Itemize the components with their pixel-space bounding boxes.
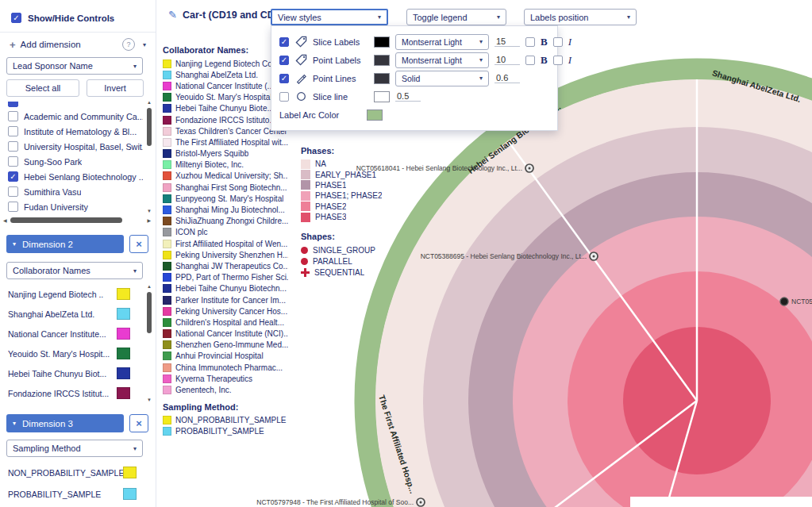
checkbox[interactable] <box>8 202 18 212</box>
scrollbar-track[interactable] <box>9 217 146 223</box>
checkbox[interactable] <box>8 126 18 136</box>
color-swatch[interactable] <box>117 367 130 379</box>
collaborator-names-dropdown[interactable]: Collaborator Names ▾ <box>6 262 143 279</box>
italic-checkbox[interactable] <box>553 37 563 47</box>
lead-sponsor-option[interactable]: Academic and Community Ca... <box>8 109 143 124</box>
toggle-legend-dropdown[interactable]: Toggle legend ▾ <box>406 9 506 25</box>
color-swatch[interactable] <box>117 308 130 320</box>
sampling-option[interactable]: PROBABILITY_SAMPLE <box>8 483 148 505</box>
legend-label: Anhui Provincial Hospital <box>175 351 264 360</box>
collaborator-option[interactable]: Shanghai AbelZeta Ltd. <box>8 304 148 324</box>
dimension2-close-button[interactable]: × <box>129 235 148 253</box>
invert-button[interactable]: Invert <box>87 79 144 97</box>
view-styles-dropdown[interactable]: View styles ▾ <box>271 9 388 25</box>
size-input[interactable]: 10 <box>495 55 520 65</box>
collaborator-option[interactable]: Hebei Taihe Chunyu Biot... <box>8 363 148 383</box>
checkbox[interactable]: ✓ <box>279 74 289 83</box>
lead-sponsor-option[interactable]: University Hospital, Basel, Swit... <box>8 139 143 154</box>
select-all-button[interactable]: Select all <box>6 79 79 97</box>
tag-icon <box>294 36 307 48</box>
color-swatch[interactable] <box>117 288 130 300</box>
color-swatch[interactable] <box>117 328 130 340</box>
checkbox[interactable] <box>8 111 18 121</box>
bold-checkbox[interactable] <box>525 56 535 65</box>
collaborator-option[interactable]: National Cancer Institute... <box>8 324 148 344</box>
size-input[interactable]: 0.5 <box>395 91 421 102</box>
scrollbar-thumb[interactable] <box>147 108 152 146</box>
scrollbar-thumb[interactable] <box>147 292 152 333</box>
scroll-up-icon[interactable]: ▲ <box>147 284 152 290</box>
scroll-down-icon[interactable]: ▼ <box>147 398 152 403</box>
size-input[interactable]: 0.6 <box>495 73 520 83</box>
color-swatch[interactable] <box>117 348 130 359</box>
font-style-dropdown[interactable]: Solid▾ <box>395 71 489 86</box>
checkbox[interactable] <box>8 141 18 152</box>
scrollbar-track[interactable] <box>147 290 152 398</box>
dimension2-header: ▾ Dimension 2 × <box>6 235 148 253</box>
font-style-dropdown[interactable]: Montserrat Light▾ <box>395 52 489 68</box>
horizontal-scrollbar[interactable]: ◀ ▶ <box>3 216 151 224</box>
pencil-icon <box>294 73 307 84</box>
collaborator-legend-item: Hebei Taihe Chunyu Biote... <box>163 103 288 114</box>
collaborator-option[interactable]: Yeouido St. Mary's Hospit... <box>8 344 148 363</box>
color-swatch[interactable] <box>374 73 390 84</box>
lead-sponsor-option[interactable]: Institute of Hematology & Bl... <box>8 124 143 139</box>
edit-icon[interactable]: ✎ <box>168 9 177 21</box>
collaborator-option[interactable]: Fondazione IRCCS Istitut... <box>8 383 148 403</box>
data-point[interactable]: NCT05797948 - The First Affiliated Hospi… <box>256 498 425 506</box>
lead-sponsor-option[interactable]: ✓Hebei Senlang Biotechnology .. <box>8 169 143 184</box>
collaborator-legend-item: Peking University Shenzhen H... <box>163 249 288 260</box>
show-hide-controls[interactable]: ✓ Show/Hide Controls <box>11 13 114 23</box>
color-swatch[interactable] <box>374 36 390 48</box>
scrollbar-track[interactable] <box>147 106 152 209</box>
lead-sponsor-dropdown[interactable]: Lead Sponsor Name ▾ <box>6 57 143 75</box>
dimension3-header: ▾ Dimension 3 × <box>6 414 148 432</box>
data-point[interactable]: NCT05388695 - Hebei Senlang Biotechnolog… <box>421 252 598 260</box>
scroll-down-icon[interactable]: ▼ <box>147 209 152 214</box>
font-style-dropdown[interactable]: Montserrat Light▾ <box>395 34 489 50</box>
bottom-right-overlay <box>630 497 812 507</box>
labels-position-dropdown[interactable]: Labels position ▾ <box>524 9 637 25</box>
sampling-option[interactable]: NON_PROBABILITY_SAMPLE <box>8 462 148 483</box>
italic-checkbox[interactable] <box>553 56 563 65</box>
legend-color-swatch <box>163 138 171 147</box>
scroll-left-icon[interactable]: ◀ <box>3 217 7 223</box>
scroll-right-icon[interactable]: ▶ <box>147 217 151 223</box>
color-swatch[interactable] <box>123 467 137 478</box>
dimension2-button[interactable]: ▾ Dimension 2 <box>6 235 124 253</box>
checkbox[interactable]: ✓ <box>279 56 289 65</box>
label-arc-color-swatch[interactable] <box>367 109 383 121</box>
vertical-scrollbar[interactable]: ▲ ▼ <box>145 284 153 403</box>
scroll-up-icon[interactable]: ▲ <box>147 100 152 106</box>
sampling-method-dropdown[interactable]: Sampling Method ▾ <box>6 440 143 457</box>
chevron-down-icon[interactable]: ▾ <box>143 41 146 48</box>
show-hide-checkbox[interactable]: ✓ <box>11 13 21 23</box>
add-dimension-row[interactable]: + Add dimension ? ▾ <box>10 38 146 51</box>
collaborator-legend-item: Genentech, Inc. <box>163 384 288 395</box>
color-swatch[interactable] <box>374 55 390 66</box>
legend-label: Fondazione IRCCS Istituto... <box>175 116 276 125</box>
help-icon[interactable]: ? <box>122 38 135 51</box>
checkbox[interactable]: ✓ <box>8 171 18 182</box>
bold-checkbox[interactable] <box>525 37 535 47</box>
checkbox[interactable] <box>8 102 18 107</box>
checkbox[interactable]: ✓ <box>279 37 289 47</box>
chevron-down-icon: ▾ <box>479 38 483 45</box>
color-swatch[interactable] <box>117 387 130 399</box>
dimension3-close-button[interactable]: × <box>129 414 148 432</box>
color-swatch[interactable] <box>123 488 137 500</box>
checkbox[interactable] <box>8 186 18 197</box>
lead-sponsor-option[interactable]: Sung-Soo Park <box>8 154 143 169</box>
checkbox[interactable] <box>8 156 18 167</box>
phase-legend-item: PHASE2 <box>301 202 412 212</box>
size-input[interactable]: 15 <box>495 36 520 47</box>
checkbox[interactable] <box>279 92 289 102</box>
data-point[interactable]: NCT05... <box>780 298 812 305</box>
lead-sponsor-option[interactable]: Fudan University <box>8 199 143 214</box>
color-swatch[interactable] <box>374 91 390 102</box>
scrollbar-thumb[interactable] <box>10 217 123 223</box>
dimension3-button[interactable]: ▾ Dimension 3 <box>6 414 124 432</box>
vertical-scrollbar[interactable]: ▲ ▼ <box>145 100 153 214</box>
lead-sponsor-option[interactable]: Sumithira Vasu <box>8 184 143 199</box>
collaborator-option[interactable]: Nanjing Legend Biotech .. <box>8 284 148 304</box>
